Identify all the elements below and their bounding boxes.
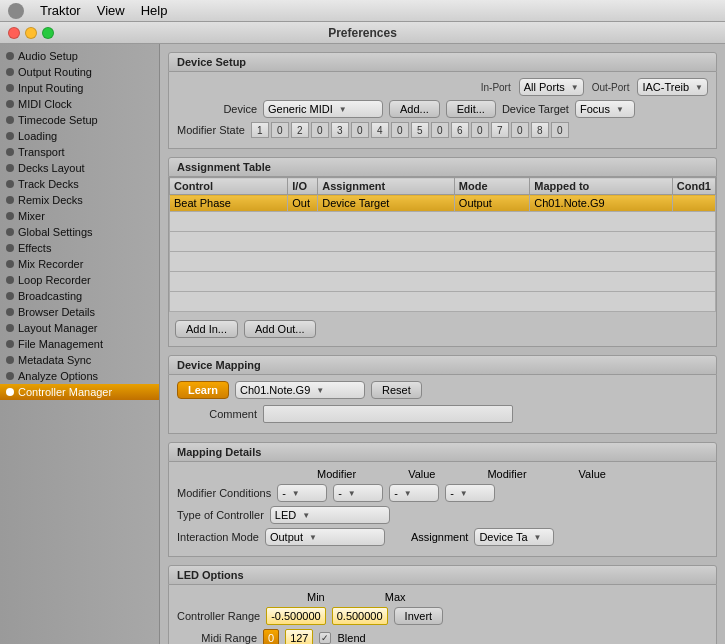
val1-arrow-icon: ▼ (348, 489, 356, 498)
reset-button[interactable]: Reset (371, 381, 422, 399)
menu-traktor[interactable]: Traktor (40, 3, 81, 18)
menu-help[interactable]: Help (141, 3, 168, 18)
col-cond1: Cond1 (672, 178, 715, 195)
sidebar-item-loop-recorder[interactable]: Loop Recorder (0, 272, 159, 288)
comment-input[interactable] (263, 405, 513, 423)
midi-min-input[interactable]: 0 (263, 629, 279, 644)
maximize-button[interactable] (42, 27, 54, 39)
out-port-arrow-icon: ▼ (695, 83, 703, 92)
table-row-empty (170, 252, 716, 272)
midi-value-dropdown[interactable]: Ch01.Note.G9 ▼ (235, 381, 365, 399)
in-port-value: All Ports (524, 81, 565, 93)
sidebar-item-broadcasting[interactable]: Broadcasting (0, 288, 159, 304)
modifier2-dropdown[interactable]: - ▼ (389, 484, 439, 502)
modifier-box-4-val[interactable]: 0 (391, 122, 409, 138)
out-port-value: IAC-Treib (642, 81, 689, 93)
modifier-box-6-val[interactable]: 0 (471, 122, 489, 138)
learn-button[interactable]: Learn (177, 381, 229, 399)
sidebar-item-browser-details[interactable]: Browser Details (0, 304, 159, 320)
assignment-dropdown[interactable]: Device Ta ▼ (474, 528, 554, 546)
midi-value: Ch01.Note.G9 (240, 384, 310, 396)
add-button[interactable]: Add... (389, 100, 440, 118)
sidebar-item-effects[interactable]: Effects (0, 240, 159, 256)
value2-dropdown[interactable]: - ▼ (445, 484, 495, 502)
modifier-box-1-val[interactable]: 0 (271, 122, 289, 138)
sidebar-item-remix-decks[interactable]: Remix Decks (0, 192, 159, 208)
sidebar-dot (6, 180, 14, 188)
sidebar-item-output-routing[interactable]: Output Routing (0, 64, 159, 80)
modifier2-value: - (394, 487, 398, 499)
sidebar-item-metadata-sync[interactable]: Metadata Sync (0, 352, 159, 368)
sidebar-item-layout-manager[interactable]: Layout Manager (0, 320, 159, 336)
table-row[interactable]: Beat Phase Out Device Target Output Ch01… (170, 195, 716, 212)
modifier1-dropdown[interactable]: - ▼ (277, 484, 327, 502)
in-port-arrow-icon: ▼ (571, 83, 579, 92)
midi-max-input[interactable]: 127 (285, 629, 313, 644)
sidebar-item-analyze-options[interactable]: Analyze Options (0, 368, 159, 384)
interaction-dropdown[interactable]: Output ▼ (265, 528, 385, 546)
sidebar-item-timecode-setup[interactable]: Timecode Setup (0, 112, 159, 128)
mapping-details-body: Modifier Value Modifier Value Modifier C… (168, 462, 717, 557)
sidebar-item-global-settings[interactable]: Global Settings (0, 224, 159, 240)
close-button[interactable] (8, 27, 20, 39)
sidebar-label: Input Routing (18, 82, 83, 94)
device-label: Device (177, 103, 257, 115)
cell-mapped-to: Ch01.Note.G9 (530, 195, 672, 212)
blend-checkbox[interactable] (319, 632, 331, 644)
modifier-state-row: Modifier State 1 0 2 0 3 0 4 0 5 0 6 0 7… (177, 122, 708, 138)
sidebar-item-mixer[interactable]: Mixer (0, 208, 159, 224)
sidebar-dot (6, 68, 14, 76)
modifier-box-8-num: 8 (531, 122, 549, 138)
modifier-box-3-val[interactable]: 0 (351, 122, 369, 138)
sidebar-dot (6, 100, 14, 108)
sidebar-label: Transport (18, 146, 65, 158)
led-options-body: Min Max Controller Range -0.500000 0.500… (168, 585, 717, 644)
sidebar-item-track-decks[interactable]: Track Decks (0, 176, 159, 192)
out-port-dropdown[interactable]: IAC-Treib ▼ (637, 78, 708, 96)
sidebar-dot (6, 164, 14, 172)
controller-range-row: Controller Range -0.500000 0.500000 Inve… (177, 607, 708, 625)
sidebar-label: Browser Details (18, 306, 95, 318)
type-dropdown[interactable]: LED ▼ (270, 506, 390, 524)
modifier-box-2-val[interactable]: 0 (311, 122, 329, 138)
sidebar-item-file-management[interactable]: File Management (0, 336, 159, 352)
sidebar-item-input-routing[interactable]: Input Routing (0, 80, 159, 96)
sidebar-label: Mixer (18, 210, 45, 222)
sidebar-dot (6, 84, 14, 92)
sidebar-dot (6, 276, 14, 284)
value2-col-header: Value (579, 468, 606, 480)
modifier-box-7-val[interactable]: 0 (511, 122, 529, 138)
sidebar-item-midi-clock[interactable]: MIDI Clock (0, 96, 159, 112)
minmax-headers-row: Min Max (307, 591, 708, 603)
assignment-value: Device Ta (479, 531, 527, 543)
controller-max-input[interactable]: 0.500000 (332, 607, 388, 625)
modifier-box-8-val[interactable]: 0 (551, 122, 569, 138)
device-dropdown[interactable]: Generic MIDI ▼ (263, 100, 383, 118)
sidebar-label: Timecode Setup (18, 114, 98, 126)
sidebar-dot (6, 244, 14, 252)
in-port-dropdown[interactable]: All Ports ▼ (519, 78, 584, 96)
sidebar-item-audio-setup[interactable]: Audio Setup (0, 48, 159, 64)
add-out-button[interactable]: Add Out... (244, 320, 316, 338)
sidebar-item-mix-recorder[interactable]: Mix Recorder (0, 256, 159, 272)
device-target-dropdown[interactable]: Focus ▼ (575, 100, 635, 118)
value1-dropdown[interactable]: - ▼ (333, 484, 383, 502)
minimize-button[interactable] (25, 27, 37, 39)
mapping-details-header: Mapping Details (168, 442, 717, 462)
menu-view[interactable]: View (97, 3, 125, 18)
sidebar-label: Global Settings (18, 226, 93, 238)
edit-button[interactable]: Edit... (446, 100, 496, 118)
sidebar-item-transport[interactable]: Transport (0, 144, 159, 160)
modifier1-value: - (282, 487, 286, 499)
modifier2-col-header: Modifier (487, 468, 526, 480)
invert-button[interactable]: Invert (394, 607, 444, 625)
interaction-arrow-icon: ▼ (309, 533, 317, 542)
sidebar-item-decks-layout[interactable]: Decks Layout (0, 160, 159, 176)
device-value: Generic MIDI (268, 103, 333, 115)
add-in-button[interactable]: Add In... (175, 320, 238, 338)
sidebar-item-loading[interactable]: Loading (0, 128, 159, 144)
modifier-box-5-num: 5 (411, 122, 429, 138)
controller-min-input[interactable]: -0.500000 (266, 607, 326, 625)
modifier-box-5-val[interactable]: 0 (431, 122, 449, 138)
sidebar-item-controller-manager[interactable]: Controller Manager (0, 384, 159, 400)
